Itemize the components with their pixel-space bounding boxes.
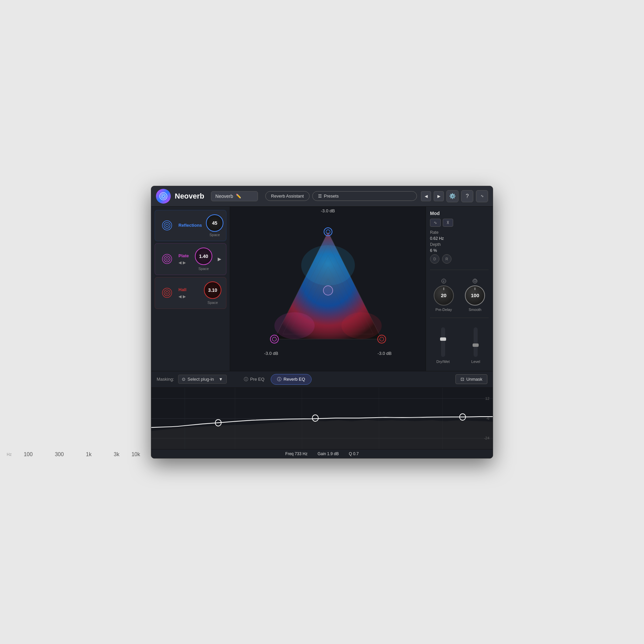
level-thumb[interactable]	[473, 343, 479, 347]
mod-buttons: ∿ ⊼	[430, 219, 489, 227]
pre-delay-label: Pre-Delay	[435, 308, 452, 312]
header-right: ◀ ▶ ⚙️ ? ∿	[421, 190, 488, 202]
svg-point-4	[164, 222, 170, 228]
bottom-panel: Masking: ⊙ Select plug-in ▼ ⓘ Pre EQ ⓘ R…	[151, 371, 493, 458]
plate-next-button[interactable]: ▶	[183, 260, 186, 265]
svg-point-10	[164, 290, 170, 296]
reflections-space-knob[interactable]: 45	[206, 214, 223, 232]
center-panel: -3.0 dB -3.0 dB -3.0 dB	[230, 207, 426, 371]
eq-header: Masking: ⊙ Select plug-in ▼ ⓘ Pre EQ ⓘ R…	[151, 371, 493, 388]
depth-row: Depth	[430, 242, 489, 247]
knobs-row: ♪ 20 Pre-Delay ⓘ 100 Smooth	[430, 279, 489, 312]
svg-text:12: 12	[485, 396, 489, 400]
svg-point-2	[162, 195, 165, 197]
prev-button[interactable]: ◀	[421, 191, 431, 201]
d-button[interactable]: D	[430, 254, 439, 264]
svg-point-7	[164, 256, 170, 262]
hall-next-button[interactable]: ▶	[183, 294, 186, 299]
dropdown-arrow-icon: ▼	[219, 377, 223, 382]
hall-space-knob[interactable]: 3.10	[204, 281, 221, 299]
midi-button[interactable]: ∿	[476, 190, 488, 202]
pre-eq-icon: ⓘ	[244, 376, 248, 382]
divider-2	[430, 318, 489, 318]
dry-wet-wrap: Dry/Wet	[430, 327, 456, 364]
gain-param: Gain 1.9 dB	[318, 451, 339, 456]
plate-space-knob[interactable]: 1.40	[195, 248, 212, 265]
svg-point-19	[274, 312, 315, 339]
main-content: Reflections 45 Space	[151, 207, 493, 371]
plugin-window: Neoverb Neoverb ✏️ Reverb Assistant ☰ Pr…	[151, 186, 493, 459]
reverb-eq-tab[interactable]: ⓘ Reverb EQ	[271, 374, 311, 385]
settings-button[interactable]: ⚙️	[446, 190, 459, 202]
pre-delay-toggle[interactable]: ♪	[441, 279, 446, 283]
eq-tabs: ⓘ Pre EQ ⓘ Reverb EQ	[237, 374, 312, 385]
pre-delay-knob[interactable]: 20	[434, 285, 454, 306]
q-param: Q 0.7	[349, 451, 359, 456]
level-slider[interactable]	[474, 327, 478, 357]
reflections-knob-section: 45 Space	[206, 214, 223, 237]
help-button[interactable]: ?	[461, 190, 473, 202]
logo	[156, 189, 171, 204]
reverb-assistant-button[interactable]: Reverb Assistant	[265, 191, 310, 201]
plate-prev-button[interactable]: ◀	[178, 260, 181, 265]
unmask-icon: ⊡	[461, 377, 464, 382]
presets-button[interactable]: ☰ Presets	[312, 191, 417, 201]
plugin-icon: ⊙	[182, 377, 185, 382]
mod-lfo-button[interactable]: ⊼	[443, 219, 453, 227]
hall-arrows: ◀ ▶	[178, 294, 200, 299]
reflections-label: Reflections	[178, 223, 202, 228]
plate-expand-icon[interactable]: ▶	[218, 256, 221, 262]
svg-point-9	[162, 288, 172, 298]
svg-point-20	[341, 312, 382, 339]
select-plugin-dropdown[interactable]: ⊙ Select plug-in ▼	[178, 375, 227, 384]
rate-row: Rate	[430, 230, 489, 235]
left-panel: Reflections 45 Space	[151, 207, 230, 371]
plate-section: Plate ◀ ▶ 1.40 Space ▶	[155, 243, 226, 275]
eq-point-2	[312, 415, 318, 421]
preset-selector[interactable]: Neoverb ✏️	[211, 191, 258, 201]
right-panel: Mod ∿ ⊼ Rate 0.62 Hz Depth 6 %	[426, 207, 493, 371]
edit-icon: ✏️	[236, 194, 241, 199]
triangle-bl-label: -3.0 dB	[264, 351, 278, 356]
plate-label: Plate	[178, 253, 191, 258]
dry-wet-thumb[interactable]	[440, 337, 446, 341]
eq-footer: Hz 100 300 1k 3k 10k Freq 733 Hz Gain 1.…	[151, 449, 493, 458]
hall-icon[interactable]	[160, 285, 174, 300]
header-center: Reverb Assistant ☰ Presets	[265, 191, 417, 201]
smooth-toggle[interactable]: ⓘ	[473, 279, 477, 283]
freq-param: Freq 733 Hz	[285, 451, 308, 456]
r-button[interactable]: R	[442, 254, 451, 264]
unmask-button[interactable]: ⊡ Unmask	[455, 374, 487, 384]
reflections-icon[interactable]	[160, 218, 174, 233]
triangle-visualizer[interactable]: -3.0 dB -3.0 dB -3.0 dB	[264, 225, 392, 353]
pre-eq-tab[interactable]: ⓘ Pre EQ	[237, 374, 271, 385]
header: Neoverb Neoverb ✏️ Reverb Assistant ☰ Pr…	[151, 186, 493, 207]
hall-label: Hall	[178, 287, 200, 292]
divider-1	[430, 270, 489, 270]
smooth-knob[interactable]: 100	[465, 285, 485, 306]
eq-canvas[interactable]: 12 -6 -24	[151, 388, 493, 449]
sliders-row: Dry/Wet Level	[430, 324, 489, 367]
mod-title: Mod	[430, 211, 489, 216]
hall-prev-button[interactable]: ◀	[178, 294, 181, 299]
smooth-wrap: ⓘ 100 Smooth	[465, 279, 485, 312]
mod-wave-button[interactable]: ∿	[430, 219, 441, 227]
plate-arrows: ◀ ▶	[178, 260, 191, 265]
plate-icon[interactable]	[160, 252, 174, 266]
svg-point-6	[162, 254, 172, 264]
svg-text:-6: -6	[486, 416, 489, 420]
level-wrap: Level	[463, 327, 489, 364]
masking-label: Masking:	[157, 377, 174, 382]
svg-point-8	[166, 258, 168, 260]
menu-icon: ☰	[318, 194, 322, 199]
level-label: Level	[471, 360, 480, 364]
preset-name: Neoverb	[215, 194, 233, 199]
svg-point-3	[162, 221, 172, 230]
svg-text:-24: -24	[484, 436, 489, 440]
next-button[interactable]: ▶	[434, 191, 444, 201]
dry-wet-slider[interactable]	[441, 327, 445, 357]
rate-value: 0.62 Hz	[430, 236, 444, 241]
depth-label: Depth	[430, 242, 441, 247]
depth-value: 6 %	[430, 248, 437, 253]
mod-section: Mod ∿ ⊼ Rate 0.62 Hz Depth 6 %	[430, 211, 489, 264]
